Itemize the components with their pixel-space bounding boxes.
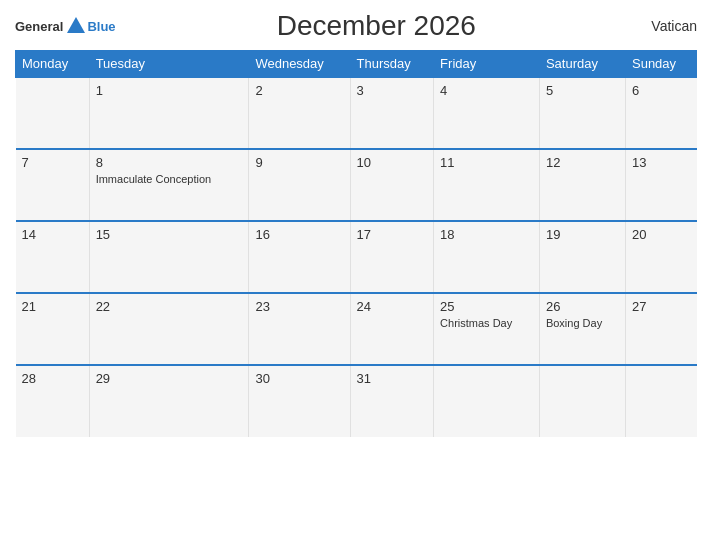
day-number: 15 — [96, 227, 243, 242]
day-number: 14 — [22, 227, 83, 242]
day-number: 28 — [22, 371, 83, 386]
table-row: 6 — [625, 77, 696, 149]
table-row: 9 — [249, 149, 350, 221]
col-thursday: Thursday — [350, 51, 434, 78]
table-row: 28 — [16, 365, 90, 437]
table-row: 8Immaculate Conception — [89, 149, 249, 221]
col-friday: Friday — [434, 51, 540, 78]
table-row: 10 — [350, 149, 434, 221]
calendar-week-row: 2122232425Christmas Day26Boxing Day27 — [16, 293, 697, 365]
logo-blue-text: Blue — [87, 19, 115, 34]
table-row: 19 — [539, 221, 625, 293]
day-number: 16 — [255, 227, 343, 242]
table-row: 25Christmas Day — [434, 293, 540, 365]
day-number: 26 — [546, 299, 619, 314]
table-row: 17 — [350, 221, 434, 293]
day-number: 17 — [357, 227, 428, 242]
table-row: 3 — [350, 77, 434, 149]
table-row: 30 — [249, 365, 350, 437]
day-number: 2 — [255, 83, 343, 98]
day-number: 30 — [255, 371, 343, 386]
day-number: 18 — [440, 227, 533, 242]
calendar-table: Monday Tuesday Wednesday Thursday Friday… — [15, 50, 697, 437]
day-number: 5 — [546, 83, 619, 98]
day-number: 23 — [255, 299, 343, 314]
day-number: 21 — [22, 299, 83, 314]
logo-general-text: General — [15, 19, 63, 34]
table-row: 21 — [16, 293, 90, 365]
day-number: 3 — [357, 83, 428, 98]
col-saturday: Saturday — [539, 51, 625, 78]
calendar-title: December 2026 — [116, 10, 637, 42]
day-number: 13 — [632, 155, 691, 170]
table-row: 20 — [625, 221, 696, 293]
holiday-name: Immaculate Conception — [96, 172, 243, 186]
table-row: 7 — [16, 149, 90, 221]
holiday-name: Boxing Day — [546, 316, 619, 330]
table-row: 23 — [249, 293, 350, 365]
weekday-header-row: Monday Tuesday Wednesday Thursday Friday… — [16, 51, 697, 78]
table-row: 14 — [16, 221, 90, 293]
calendar-header: General Blue December 2026 Vatican — [15, 10, 697, 42]
table-row: 24 — [350, 293, 434, 365]
day-number: 29 — [96, 371, 243, 386]
calendar-week-row: 123456 — [16, 77, 697, 149]
day-number: 20 — [632, 227, 691, 242]
day-number: 25 — [440, 299, 533, 314]
table-row: 13 — [625, 149, 696, 221]
calendar-week-row: 78Immaculate Conception910111213 — [16, 149, 697, 221]
col-tuesday: Tuesday — [89, 51, 249, 78]
country-label: Vatican — [637, 18, 697, 34]
svg-marker-0 — [67, 17, 85, 33]
day-number: 10 — [357, 155, 428, 170]
calendar-week-row: 14151617181920 — [16, 221, 697, 293]
day-number: 9 — [255, 155, 343, 170]
table-row: 26Boxing Day — [539, 293, 625, 365]
table-row: 27 — [625, 293, 696, 365]
col-wednesday: Wednesday — [249, 51, 350, 78]
table-row: 11 — [434, 149, 540, 221]
table-row: 2 — [249, 77, 350, 149]
day-number: 19 — [546, 227, 619, 242]
day-number: 1 — [96, 83, 243, 98]
calendar-wrapper: General Blue December 2026 Vatican Monda… — [0, 0, 712, 550]
day-number: 24 — [357, 299, 428, 314]
day-number: 31 — [357, 371, 428, 386]
col-sunday: Sunday — [625, 51, 696, 78]
table-row: 15 — [89, 221, 249, 293]
calendar-week-row: 28293031 — [16, 365, 697, 437]
logo-icon — [65, 15, 87, 37]
day-number: 22 — [96, 299, 243, 314]
table-row: 12 — [539, 149, 625, 221]
table-row — [625, 365, 696, 437]
holiday-name: Christmas Day — [440, 316, 533, 330]
logo: General Blue — [15, 15, 116, 37]
table-row — [539, 365, 625, 437]
table-row — [16, 77, 90, 149]
table-row: 5 — [539, 77, 625, 149]
day-number: 4 — [440, 83, 533, 98]
table-row: 1 — [89, 77, 249, 149]
day-number: 27 — [632, 299, 691, 314]
table-row: 16 — [249, 221, 350, 293]
table-row — [434, 365, 540, 437]
table-row: 22 — [89, 293, 249, 365]
table-row: 29 — [89, 365, 249, 437]
col-monday: Monday — [16, 51, 90, 78]
day-number: 12 — [546, 155, 619, 170]
day-number: 8 — [96, 155, 243, 170]
table-row: 4 — [434, 77, 540, 149]
table-row: 18 — [434, 221, 540, 293]
day-number: 6 — [632, 83, 691, 98]
table-row: 31 — [350, 365, 434, 437]
day-number: 7 — [22, 155, 83, 170]
day-number: 11 — [440, 155, 533, 170]
